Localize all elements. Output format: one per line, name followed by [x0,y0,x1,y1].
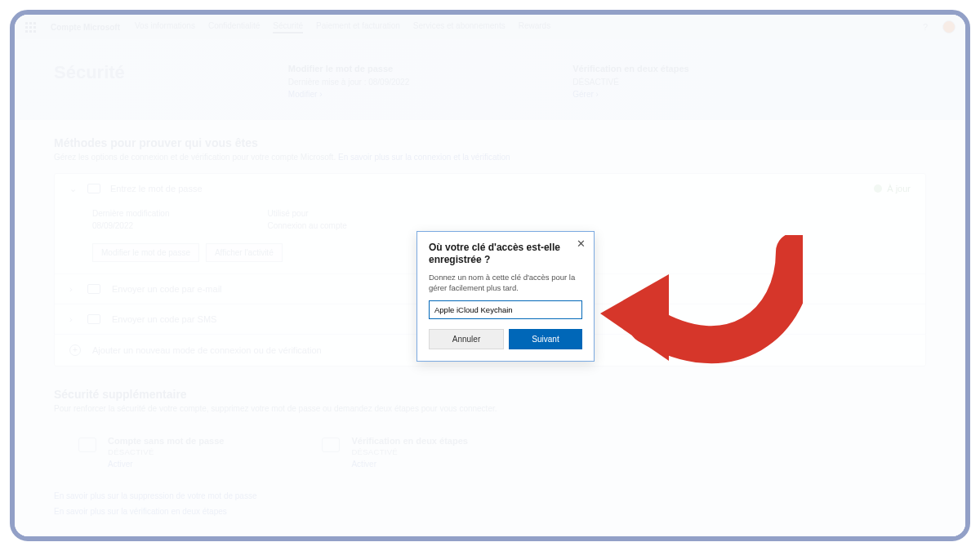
nav-services[interactable]: Services et abonnements [413,21,506,33]
extra-security-heading: Sécurité supplémentaire [54,388,926,401]
help-icon[interactable]: ? [923,22,928,32]
tfa-icon [322,438,340,452]
nav-payment[interactable]: Paiement et facturation [316,21,400,33]
used-for-value: Connexion au compte [268,221,347,230]
methods-sub-link[interactable]: En savoir plus sur la connexion et la vé… [338,153,510,162]
close-button[interactable]: ✕ [577,238,586,249]
dialog-description: Donnez un nom à cette clé d'accès pour l… [429,273,582,294]
passkey-name-dialog: ✕ Où votre clé d'accès est-elle enregist… [416,231,595,362]
tile-tfa-link[interactable]: Activer [351,460,467,469]
hero-password-block: Modifier le mot de passe Dernière mise à… [288,62,409,100]
used-for-label: Utilisé pour [268,209,347,218]
chevron-right-icon: › [69,284,76,294]
brand: Compte Microsoft [51,23,120,32]
passkey-name-input[interactable] [429,300,582,319]
methods-sub: Gérez les options de connexion et de vér… [54,153,338,162]
next-button[interactable]: Suivant [509,329,582,349]
app-launcher-icon[interactable] [24,21,36,33]
dialog-title: Où votre clé d'accès est-elle enregistré… [429,242,582,266]
link-remove-password[interactable]: En savoir plus sur la suppression de vot… [54,488,926,504]
nav-privacy[interactable]: Confidentialité [208,21,260,33]
cancel-button[interactable]: Annuler [429,329,504,349]
hero-tfa-link[interactable]: Gérer › [572,90,599,99]
mail-icon [87,284,100,294]
global-header: Compte Microsoft Vos informations Confid… [15,15,965,39]
status-badge: À jour [874,184,911,193]
tile-tfa: Vérification en deux étapes DÉSACTIVÉ Ac… [322,436,467,469]
link-tfa-learn[interactable]: En savoir plus sur la vérification en de… [54,504,926,519]
sms-icon [87,314,100,324]
chevron-right-icon: › [69,314,76,324]
top-nav: Vos informations Confidentialité Sécurit… [135,21,550,33]
hero-password-title: Modifier le mot de passe [288,62,409,76]
methods-heading: Méthodes pour prouver qui vous êtes [54,136,926,149]
last-modified-label: Dernière modification [92,209,170,218]
page-title: Sécurité [54,62,125,100]
extra-security-sub: Pour renforcer la sécurité de votre comp… [54,404,926,413]
plus-circle-icon: + [69,344,81,356]
hero-banner: Sécurité Modifier le mot de passe Derniè… [15,39,965,120]
hero-password-link[interactable]: Modifier › [288,90,323,99]
passwordless-icon [78,438,96,452]
hero-tfa-title: Vérification en deux étapes [572,62,688,76]
signout-heading: Se déconnecter partout [54,540,926,542]
tile-passwordless: Compte sans mot de passe DÉSACTIVÉ Activ… [78,436,224,469]
tile-passwordless-link[interactable]: Activer [108,460,224,469]
nav-security[interactable]: Sécurité [273,21,303,33]
hero-tfa-sub: DÉSACTIVÉ [572,78,619,87]
nav-your-info[interactable]: Vos informations [135,21,195,33]
password-icon [87,184,100,193]
hero-tfa-block: Vérification en deux étapes DÉSACTIVÉ Gé… [572,62,688,100]
last-modified-value: 08/09/2022 [92,221,170,230]
chevron-down-icon: ⌄ [69,184,78,194]
nav-rewards[interactable]: Rewards [519,21,550,33]
status-dot-icon [874,184,882,193]
avatar[interactable] [942,20,956,33]
method-row-label: Entrez le mot de passe [110,184,203,193]
hero-password-sub: Dernière mise à jour : 08/09/2022 [288,78,409,87]
method-row-password[interactable]: ⌄ Entrez le mot de passe À jour [55,174,925,204]
view-activity-button[interactable]: Afficher l'activité [206,243,283,262]
change-password-button[interactable]: Modifier le mot de passe [92,243,199,262]
